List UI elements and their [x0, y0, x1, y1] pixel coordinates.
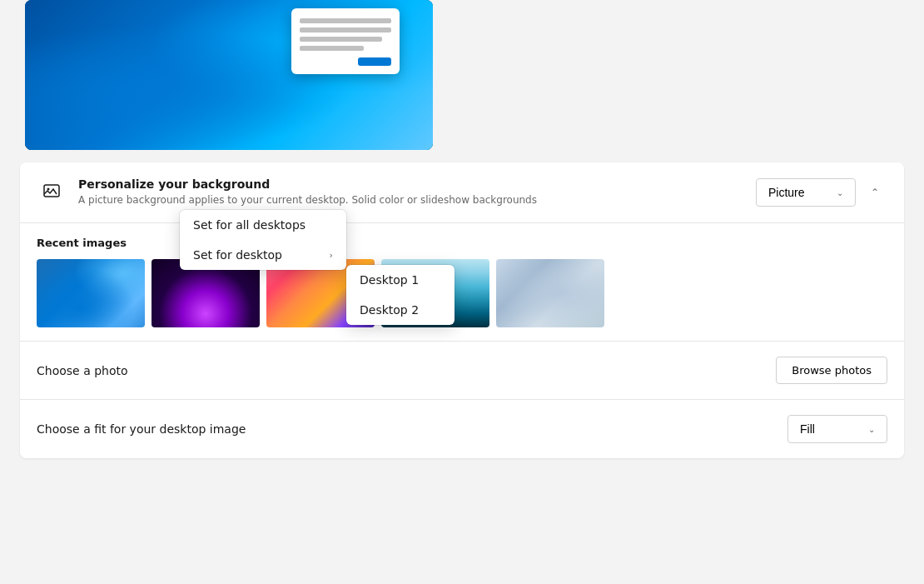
fit-row: Choose a fit for your desktop image Fill…	[20, 400, 904, 458]
monitor-screen	[25, 0, 433, 150]
fit-dropdown[interactable]: Fill ⌄	[787, 415, 887, 443]
settings-panel: Personalize your background A picture ba…	[20, 162, 904, 458]
svg-point-1	[47, 188, 50, 191]
submenu-chevron-icon: ›	[330, 250, 333, 261]
personalize-desc: A picture background applies to your cur…	[78, 193, 756, 207]
personalize-title: Personalize your background	[78, 177, 756, 191]
chevron-down-icon: ⌄	[837, 188, 843, 197]
preview-dialog	[291, 8, 400, 74]
background-type-dropdown[interactable]: Picture ⌄	[756, 178, 856, 207]
dialog-line-2	[300, 27, 391, 32]
menu-item-all-desktops[interactable]: Set for all desktops	[180, 210, 346, 240]
chevron-up-icon: ⌃	[871, 187, 879, 198]
choose-photo-label: Choose a photo	[37, 364, 776, 377]
page-wrapper: Personalize your background A picture ba…	[0, 0, 924, 584]
desktop-submenu: Desktop 1 Desktop 2	[346, 265, 455, 325]
collapse-button[interactable]: ⌃	[862, 180, 887, 205]
dialog-line-3	[300, 37, 382, 42]
personalize-controls: Picture ⌄ ⌃	[756, 178, 887, 207]
dialog-action-button	[358, 57, 391, 66]
dropdown-value: Picture	[768, 186, 805, 199]
menu-item-set-desktop[interactable]: Set for desktop › Desktop 1 Desktop 2	[180, 240, 346, 270]
recent-images-row	[37, 259, 887, 327]
submenu-item-desktop1[interactable]: Desktop 1	[346, 265, 455, 295]
recent-images-section: Recent images	[20, 223, 904, 342]
recent-image-5[interactable]	[496, 259, 604, 327]
browse-photos-button[interactable]: Browse photos	[776, 357, 887, 384]
recent-image-1[interactable]	[37, 259, 145, 327]
submenu-item-desktop2[interactable]: Desktop 2	[346, 295, 455, 325]
dialog-lines	[300, 18, 391, 51]
fit-dropdown-value: Fill	[800, 422, 815, 436]
personalize-row: Personalize your background A picture ba…	[20, 162, 904, 223]
personalize-text: Personalize your background A picture ba…	[78, 177, 756, 207]
dialog-line-1	[300, 18, 391, 23]
choose-photo-row: Choose a photo Browse photos	[20, 342, 904, 400]
fit-chevron-icon: ⌄	[868, 425, 875, 434]
preview-area	[0, 0, 924, 162]
fit-label: Choose a fit for your desktop image	[37, 422, 787, 436]
menu-item-set-desktop-label: Set for desktop	[193, 248, 282, 262]
background-icon	[37, 177, 67, 207]
context-menu[interactable]: Set for all desktops Set for desktop › D…	[180, 210, 346, 270]
desktop-preview	[25, 0, 433, 150]
recent-images-label: Recent images	[37, 237, 887, 249]
menu-item-all-desktops-label: Set for all desktops	[193, 218, 306, 232]
dialog-line-4	[300, 46, 364, 51]
